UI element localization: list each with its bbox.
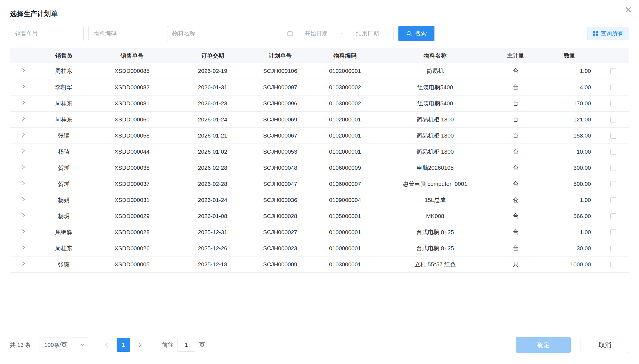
header-quantity: 数量 — [542, 48, 597, 63]
header-sales-order: 销售单号 — [90, 48, 174, 63]
cell-material-code: 0102000001 — [309, 144, 381, 160]
cell-delivery-date: 2026-01-21 — [174, 127, 252, 144]
cell-salesperson: 周桂东 — [37, 240, 90, 256]
table-row: 李凯华XSDD0000822026-01-31SCJH0000970103000… — [10, 79, 629, 95]
cell-unit: 台 — [489, 144, 542, 160]
expand-row-icon[interactable] — [21, 245, 26, 250]
cell-salesperson: 贺蝉 — [37, 160, 90, 176]
expand-row-icon[interactable] — [21, 261, 26, 266]
cell-unit: 台 — [489, 127, 542, 144]
expand-row-icon[interactable] — [21, 132, 26, 138]
row-checkbox[interactable] — [610, 85, 616, 90]
header-salesperson: 销售员 — [37, 48, 90, 63]
table-row: 周桂东XSDD0000812026-01-23SCJH0000960103000… — [10, 95, 629, 111]
cell-quantity: 170.00 — [542, 95, 597, 111]
cell-salesperson: 杨玥 — [37, 208, 90, 224]
row-checkbox[interactable] — [610, 262, 616, 267]
cell-sales-order: XSDD000038 — [90, 160, 174, 176]
cell-checkbox — [597, 95, 629, 111]
header-unit: 主计量 — [489, 48, 542, 63]
start-date-input[interactable] — [294, 30, 338, 37]
page-number-button[interactable]: 1 — [117, 338, 130, 352]
row-checkbox[interactable] — [610, 101, 616, 106]
cell-expand — [10, 144, 37, 160]
expand-row-icon[interactable] — [21, 196, 26, 202]
row-checkbox[interactable] — [610, 246, 616, 251]
cell-unit: 台 — [489, 224, 542, 240]
cell-expand — [10, 127, 37, 144]
cell-salesperson: 张键 — [37, 256, 90, 272]
cell-delivery-date: 2026-01-23 — [174, 95, 252, 111]
row-checkbox[interactable] — [610, 213, 616, 219]
next-page-button[interactable] — [134, 339, 147, 351]
cell-sales-order: XSDD000058 — [90, 127, 174, 144]
expand-row-icon[interactable] — [21, 116, 26, 121]
cell-quantity: 500.00 — [542, 176, 597, 192]
expand-row-icon[interactable] — [21, 213, 26, 218]
expand-row-icon[interactable] — [21, 229, 26, 234]
expand-row-icon[interactable] — [21, 164, 26, 170]
cell-plan-no: SCJH000067 — [252, 127, 309, 144]
goto-label: 前往 — [162, 341, 173, 349]
cell-expand — [10, 111, 37, 127]
confirm-button[interactable]: 确定 — [516, 337, 571, 353]
row-checkbox[interactable] — [610, 149, 616, 155]
cell-quantity: 1.00 — [542, 224, 597, 240]
search-button[interactable]: 搜索 — [398, 26, 434, 41]
close-icon[interactable]: ✕ — [625, 5, 632, 14]
row-checkbox[interactable] — [610, 133, 616, 139]
cell-unit: 台 — [489, 79, 542, 95]
cell-quantity: 4.00 — [542, 79, 597, 95]
material-name-input[interactable] — [167, 26, 278, 41]
cell-material-name: 惠普电脑 computer_0001 — [381, 176, 489, 192]
end-date-input[interactable] — [345, 30, 389, 37]
table-row: 贺蝉XSDD0000382026-02-28SCJH00004801060000… — [10, 160, 629, 176]
material-code-input[interactable] — [88, 26, 162, 41]
cancel-button[interactable]: 取消 — [581, 337, 629, 353]
prev-page-button[interactable] — [100, 339, 113, 351]
chevron-right-icon — [138, 342, 143, 348]
expand-row-icon[interactable] — [21, 100, 26, 105]
row-checkbox[interactable] — [610, 117, 616, 123]
expand-row-icon[interactable] — [21, 84, 26, 89]
cell-material-name: 组装电脑5400 — [381, 95, 489, 111]
goto-page-input[interactable] — [177, 338, 195, 352]
cell-material-code: 0105000001 — [309, 208, 381, 224]
row-checkbox[interactable] — [610, 229, 616, 235]
cell-material-code: 0103000001 — [309, 256, 381, 272]
cell-plan-no: SCJH000069 — [252, 111, 309, 127]
cell-delivery-date: 2025-12-18 — [174, 256, 252, 272]
cell-quantity: 1000.00 — [542, 256, 597, 272]
cell-unit: 套 — [489, 192, 542, 208]
cell-material-name: 组装电脑5400 — [381, 79, 489, 95]
cell-checkbox — [597, 224, 629, 240]
expand-row-icon[interactable] — [21, 148, 26, 154]
row-checkbox[interactable] — [610, 197, 616, 203]
row-checkbox[interactable] — [610, 181, 616, 187]
cell-checkbox — [597, 160, 629, 176]
cell-checkbox — [597, 63, 629, 79]
sales-order-input[interactable] — [10, 26, 84, 41]
cell-material-code: 0109000004 — [309, 192, 381, 208]
total-count: 共 13 条 — [10, 341, 31, 349]
cell-material-name: 台式电脑 8+25 — [381, 224, 489, 240]
cell-sales-order: XSDD000005 — [90, 256, 174, 272]
cell-quantity: 10.00 — [542, 144, 597, 160]
cell-plan-no: SCJH000097 — [252, 79, 309, 95]
row-checkbox[interactable] — [610, 165, 616, 171]
date-range-picker[interactable]: - — [283, 26, 394, 41]
cell-sales-order: XSDD000081 — [90, 95, 174, 111]
cell-expand — [10, 63, 37, 79]
search-icon — [406, 31, 412, 37]
cell-sales-order: XSDD000037 — [90, 176, 174, 192]
expand-row-icon[interactable] — [21, 68, 26, 73]
cell-unit: 台 — [489, 63, 542, 79]
cell-sales-order: XSDD000082 — [90, 79, 174, 95]
expand-row-icon[interactable] — [21, 180, 26, 186]
header-material-code: 物料编码 — [309, 48, 381, 63]
query-all-button[interactable]: 查询所有 — [587, 27, 629, 40]
row-checkbox[interactable] — [610, 68, 616, 74]
table-header-row: 销售员 销售单号 订单交期 计划单号 物料编码 物料名称 主计量 数量 — [10, 48, 629, 63]
page-size-select[interactable]: 100条/页 — [40, 338, 89, 352]
cell-unit: 台 — [489, 240, 542, 256]
